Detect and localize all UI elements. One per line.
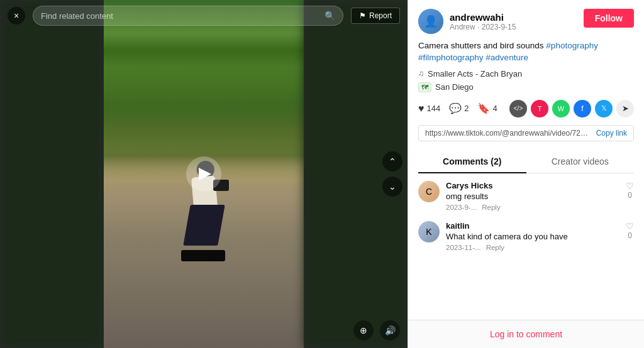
likes-count: 144 xyxy=(427,104,441,113)
tiktok-share-button[interactable]: T xyxy=(531,100,548,117)
comment-item: C Carys Hicks omg results 2023-9-... Rep… xyxy=(418,181,634,211)
tabs: Comments (2) Creator videos xyxy=(418,150,634,173)
user-header: 👤 andrewwahi Andrew · 2023-9-15 Follow xyxy=(418,9,634,34)
more-share-button[interactable]: ➤ xyxy=(616,100,634,117)
comments-section: C Carys Hicks omg results 2023-9-... Rep… xyxy=(418,173,634,251)
bookmarks-count: 4 xyxy=(492,104,497,113)
location-text[interactable]: San Diego xyxy=(435,82,474,92)
user-info: 👤 andrewwahi Andrew · 2023-9-15 xyxy=(418,9,516,34)
volume-button[interactable]: 🔊 xyxy=(380,320,400,340)
location-row: 🗺 San Diego xyxy=(418,82,634,92)
close-button[interactable]: × xyxy=(8,7,25,24)
whatsapp-share-button[interactable]: W xyxy=(552,100,570,117)
url-text: https://www.tiktok.com/@andrewwahi/video… xyxy=(425,129,591,138)
chevron-down-icon: ⌄ xyxy=(389,182,396,192)
play-button[interactable] xyxy=(186,156,221,192)
avatar: 👤 xyxy=(418,9,443,34)
music-row: ♫ Smaller Acts - Zach Bryan xyxy=(418,69,634,79)
video-panel: × Find related content 🔍 ⚑ Report ⌃ ⌄ ⊕ … xyxy=(0,0,408,348)
music-label[interactable]: Smaller Acts - Zach Bryan xyxy=(428,69,522,79)
tiktok-icon: T xyxy=(538,105,542,112)
close-icon: × xyxy=(14,11,19,21)
facebook-icon: f xyxy=(581,104,583,113)
flag-icon: ⚑ xyxy=(359,11,366,20)
video-blur-left xyxy=(0,0,104,348)
likes-action[interactable]: ♥ 144 xyxy=(418,103,440,114)
comment-reply-carys[interactable]: Reply xyxy=(482,204,500,211)
comment-like-kaitlin[interactable]: ♡ 0 xyxy=(626,221,634,251)
sticker-button[interactable]: ⊕ xyxy=(353,320,374,340)
twitter-share-button[interactable]: 𝕏 xyxy=(595,100,613,117)
comment-username-kaitlin[interactable]: kaitlin xyxy=(446,221,619,231)
whatsapp-icon: W xyxy=(558,105,564,112)
twitter-icon: 𝕏 xyxy=(601,104,607,112)
chevron-down-button[interactable]: ⌄ xyxy=(382,177,402,197)
side-controls: ⌃ ⌄ xyxy=(382,151,402,197)
comment-body-carys: Carys Hicks omg results 2023-9-... Reply xyxy=(446,181,619,211)
copy-link-button[interactable]: Copy link xyxy=(596,129,627,138)
search-icon: 🔍 xyxy=(325,11,335,21)
comment-likes-count-kaitlin: 0 xyxy=(628,231,632,240)
report-button[interactable]: ⚑ Report xyxy=(351,8,400,24)
code-share-icon[interactable]: </> xyxy=(509,100,527,117)
comment-text-kaitlin: What kind of camera do you have xyxy=(446,232,619,241)
bottom-controls: ⊕ 🔊 xyxy=(353,320,400,340)
share-arrow-icon: ➤ xyxy=(622,104,629,113)
url-bar: https://www.tiktok.com/@andrewwahi/video… xyxy=(418,125,634,141)
comment-meta-kaitlin: 2023-11-... Reply xyxy=(446,244,619,251)
hashtag-adventure[interactable]: #adventure xyxy=(486,53,528,62)
user-date: 2023-9-15 xyxy=(482,23,516,31)
user-subtitle: Andrew · 2023-9-15 xyxy=(450,23,516,31)
avatar-image: 👤 xyxy=(418,9,443,34)
chevron-up-button[interactable]: ⌃ xyxy=(382,151,402,171)
comment-meta-carys: 2023-9-... Reply xyxy=(446,204,619,211)
video-top-bar: × Find related content 🔍 ⚑ Report xyxy=(0,0,408,31)
login-to-comment-link[interactable]: Log in to comment xyxy=(490,329,562,339)
login-bar: Log in to comment xyxy=(408,320,644,348)
right-content: 👤 andrewwahi Andrew · 2023-9-15 Follow C… xyxy=(408,0,644,320)
comment-date-kaitlin: 2023-11-... xyxy=(446,244,481,251)
code-icon: </> xyxy=(514,105,523,112)
comment-item-kaitlin: K kaitlin What kind of camera do you hav… xyxy=(418,221,634,251)
description-text: Camera shutters and bird sounds xyxy=(418,41,546,50)
description: Camera shutters and bird sounds #photogr… xyxy=(418,40,634,64)
bookmark-icon: 🔖 xyxy=(477,102,490,114)
search-placeholder-text: Find related content xyxy=(41,11,113,21)
comments-action[interactable]: 💬 2 xyxy=(449,102,469,114)
chevron-up-icon: ⌃ xyxy=(389,156,396,166)
comment-avatar-kaitlin: K xyxy=(418,221,440,242)
person-legs xyxy=(183,205,225,246)
bookmarks-action[interactable]: 🔖 4 xyxy=(477,102,497,114)
comment-username-carys[interactable]: Carys Hicks xyxy=(446,181,619,190)
person-shoes xyxy=(181,250,225,261)
comment-avatar-carys: C xyxy=(418,181,440,202)
comment-like-carys[interactable]: ♡ 0 xyxy=(626,181,634,211)
hashtag-photography[interactable]: #photography xyxy=(546,41,598,50)
location-badge: 🗺 xyxy=(418,82,431,92)
facebook-share-button[interactable]: f xyxy=(574,100,591,117)
comment-likes-count-carys: 0 xyxy=(628,191,632,200)
right-panel: 👤 andrewwahi Andrew · 2023-9-15 Follow C… xyxy=(408,0,644,348)
tab-creator-videos[interactable]: Creator videos xyxy=(526,150,635,173)
comment-heart-icon-kaitlin: ♡ xyxy=(626,221,634,231)
heart-icon: ♥ xyxy=(418,103,425,114)
comment-icon: 💬 xyxy=(449,102,462,114)
play-icon xyxy=(199,168,211,180)
comment-body-kaitlin: kaitlin What kind of camera do you have … xyxy=(446,221,619,251)
sticker-icon: ⊕ xyxy=(360,325,367,335)
username[interactable]: andrewwahi xyxy=(450,12,516,23)
user-display: Andrew xyxy=(450,23,475,31)
comment-text-carys: omg results xyxy=(446,192,619,201)
actions-row: ♥ 144 💬 2 🔖 4 </> T W xyxy=(418,100,634,117)
comments-count: 2 xyxy=(464,104,469,113)
follow-button[interactable]: Follow xyxy=(584,9,634,28)
comment-date-carys: 2023-9-... xyxy=(446,204,477,211)
share-icons: </> T W f 𝕏 ➤ xyxy=(509,100,634,117)
report-label: Report xyxy=(369,11,392,20)
user-name-block: andrewwahi Andrew · 2023-9-15 xyxy=(450,12,516,31)
search-bar[interactable]: Find related content 🔍 xyxy=(33,6,343,26)
comment-reply-kaitlin[interactable]: Reply xyxy=(486,244,504,251)
hashtag-filmphotography[interactable]: #filmphotography xyxy=(418,53,484,62)
tab-comments[interactable]: Comments (2) xyxy=(418,150,526,173)
comment-heart-icon-carys: ♡ xyxy=(626,181,634,191)
